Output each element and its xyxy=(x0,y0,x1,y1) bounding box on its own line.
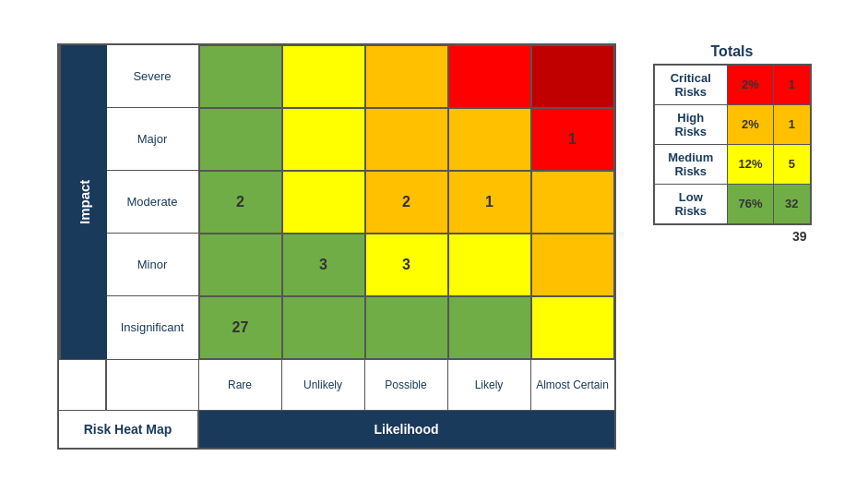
cell-minor-likely xyxy=(448,234,531,296)
totals-title: Totals xyxy=(711,43,754,60)
impact-row-major: Major xyxy=(107,108,199,171)
grid-row-moderate: 2 2 1 xyxy=(199,171,614,234)
totals-row-high: High Risks 2% 1 xyxy=(654,104,811,144)
impact-label: Impact xyxy=(59,45,107,359)
corner-spacer xyxy=(59,360,107,411)
bottom-bar-row: Risk Heat Map Likelihood xyxy=(59,411,614,448)
totals-pct-critical: 2% xyxy=(728,65,774,105)
likelihood-bar: Likelihood xyxy=(199,411,614,448)
cell-minor-unlikely: 3 xyxy=(282,234,365,296)
cell-insignificant-unlikely xyxy=(282,296,365,359)
grid-row-minor: 3 3 xyxy=(199,234,614,296)
heatmap-bottom: Rare Unlikely Possible Likely Almost Cer… xyxy=(59,359,614,448)
totals-pct-high: 2% xyxy=(728,104,774,144)
lik-label-likely: Likely xyxy=(448,360,531,411)
totals-table: Critical Risks 2% 1 High Risks 2% 1 Medi… xyxy=(653,64,812,225)
cell-severe-possible xyxy=(365,45,448,108)
impact-row-insignificant: Insignificant xyxy=(107,296,199,359)
totals-pct-low: 76% xyxy=(728,184,774,224)
cell-minor-possible: 3 xyxy=(365,234,448,296)
impact-row-moderate: Moderate xyxy=(107,171,199,234)
grid-row-major: 1 xyxy=(199,108,614,171)
lik-label-rare: Rare xyxy=(199,360,282,411)
lik-label-unlikely: Unlikely xyxy=(282,360,365,411)
totals-count-medium: 5 xyxy=(774,144,811,184)
totals-label-critical: Critical Risks xyxy=(654,65,728,105)
totals-row-medium: Medium Risks 12% 5 xyxy=(654,144,811,184)
main-container: Impact Severe Major Moderate Minor Insig… xyxy=(39,25,830,468)
cell-severe-likely xyxy=(448,45,531,108)
heatmap-section: Impact Severe Major Moderate Minor Insig… xyxy=(57,43,616,450)
cell-severe-almost-certain xyxy=(531,45,614,108)
impact-row-severe: Severe xyxy=(107,45,199,108)
cell-moderate-likely: 1 xyxy=(448,171,531,234)
totals-label-medium: Medium Risks xyxy=(654,144,728,184)
grid-row-severe xyxy=(199,45,614,108)
totals-label-high: High Risks xyxy=(654,104,728,144)
cell-moderate-possible: 2 xyxy=(365,171,448,234)
heatmap-main: Impact Severe Major Moderate Minor Insig… xyxy=(59,45,614,359)
cell-insignificant-rare: 27 xyxy=(199,296,282,359)
lik-label-possible: Possible xyxy=(365,360,448,411)
totals-pct-medium: 12% xyxy=(728,144,774,184)
cell-minor-rare xyxy=(199,234,282,296)
cell-major-rare xyxy=(199,108,282,171)
likelihood-labels-row: Rare Unlikely Possible Likely Almost Cer… xyxy=(59,360,614,411)
cell-insignificant-likely xyxy=(448,296,531,359)
heatmap-grid: 1 2 2 1 3 3 xyxy=(199,45,614,359)
totals-count-low: 32 xyxy=(774,184,811,224)
cell-major-likely xyxy=(448,108,531,171)
totals-section: Totals Critical Risks 2% 1 High Risks 2%… xyxy=(653,43,812,244)
totals-count-high: 1 xyxy=(774,104,811,144)
impact-row-minor: Minor xyxy=(107,234,199,296)
risk-heat-map-label: Risk Heat Map xyxy=(59,411,199,448)
totals-label-low: Low Risks xyxy=(654,184,728,224)
cell-severe-unlikely xyxy=(282,45,365,108)
cell-major-almost-certain: 1 xyxy=(531,108,614,171)
totals-count-critical: 1 xyxy=(774,65,811,105)
impact-col-spacer xyxy=(107,360,199,411)
lik-label-almost-certain: Almost Certain xyxy=(531,360,614,411)
totals-row-critical: Critical Risks 2% 1 xyxy=(654,65,811,105)
cell-severe-rare xyxy=(199,45,282,108)
totals-total: 39 xyxy=(653,229,812,244)
cell-insignificant-possible xyxy=(365,296,448,359)
grid-row-insignificant: 27 xyxy=(199,296,614,359)
cell-major-unlikely xyxy=(282,108,365,171)
totals-row-low: Low Risks 76% 32 xyxy=(654,184,811,224)
cell-minor-almost-certain xyxy=(531,234,614,296)
cell-moderate-rare: 2 xyxy=(199,171,282,234)
impact-rows-col: Severe Major Moderate Minor Insignifican… xyxy=(107,45,199,359)
cell-insignificant-almost-certain xyxy=(531,296,614,359)
cell-moderate-unlikely xyxy=(282,171,365,234)
cell-major-possible xyxy=(365,108,448,171)
cell-moderate-almost-certain xyxy=(531,171,614,234)
